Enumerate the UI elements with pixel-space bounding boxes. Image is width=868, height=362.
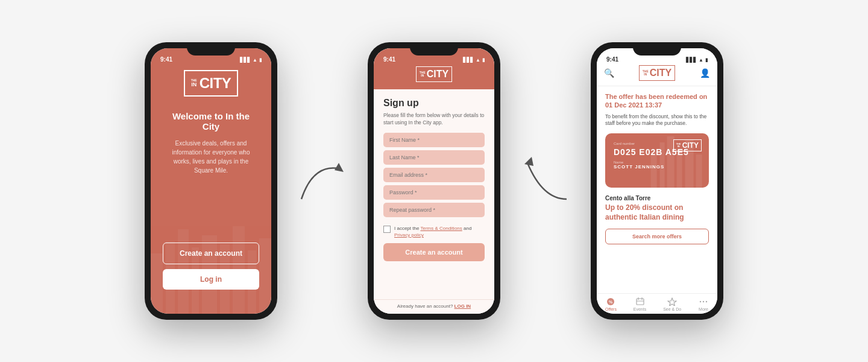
logo-in-3: IN [644, 73, 647, 76]
seedo-label: See & Do [663, 307, 681, 311]
search-more-offers-button[interactable]: Search more offers [605, 229, 709, 244]
svg-marker-9 [335, 163, 344, 172]
phone2-footer: Already have an account? LOG IN [374, 299, 494, 314]
wifi-icon-2: ▲ [476, 57, 480, 63]
signup-desc: Please fill the form below with your det… [383, 112, 485, 127]
battery-icon-2: ▮ [482, 57, 485, 63]
offers-icon: % [605, 297, 616, 306]
svg-point-25 [703, 301, 704, 302]
status-time-2: 9:41 [383, 56, 395, 63]
logo-in-2: IN [421, 74, 424, 77]
phone1-screen: 9:41 ▋▋▋ ▲ ▮ THE IN CITY [151, 48, 271, 314]
terms-conditions-link[interactable]: Terms & Conditions [420, 226, 462, 231]
status-time-3: 9:41 [606, 56, 618, 63]
events-icon [635, 297, 646, 306]
status-time-1: 9:41 [160, 56, 172, 63]
phone-3: 9:41 ▋▋▋ ▲ ▮ 🔍 THE IN [591, 42, 723, 320]
email-input[interactable] [383, 168, 485, 182]
footer-already-text: Already have an account? [397, 303, 454, 309]
svg-marker-10 [524, 157, 533, 166]
wifi-icon: ▲ [253, 57, 257, 63]
svg-marker-23 [668, 298, 676, 306]
svg-rect-16 [696, 154, 702, 188]
status-bar-3: 9:41 ▋▋▋ ▲ ▮ [597, 48, 717, 65]
arrow-2 [518, 151, 573, 211]
wifi-icon-3: ▲ [699, 57, 703, 63]
more-label: More [699, 307, 708, 311]
logo-city-text: CITY [200, 75, 231, 92]
more-icon [698, 297, 709, 306]
status-icons-1: ▋▋▋ ▲ ▮ [240, 57, 262, 63]
svg-text:%: % [609, 300, 613, 304]
svg-rect-11 [650, 151, 656, 188]
nav-seedo[interactable]: See & Do [663, 297, 681, 311]
offer-venue: Cento alla Torre [605, 195, 709, 202]
arrow-1 [295, 151, 350, 211]
battery-icon: ▮ [259, 57, 262, 63]
terms-row: I accept the Terms & Conditions and Priv… [383, 225, 485, 238]
logo-in-badge: THE IN [191, 79, 197, 87]
search-icon-p3[interactable]: 🔍 [604, 68, 614, 78]
card-number: D025 E02B A5E5 [614, 147, 700, 157]
firstname-input[interactable] [383, 133, 485, 147]
offer-discount-text: Up to 20% discount on authentic Italian … [605, 203, 709, 222]
card-holder-name: SCOTT JENNINGS [614, 164, 700, 170]
logo-in-text: IN [191, 82, 197, 87]
redeemed-title: The offer has been redeemed on 01 Dec 20… [605, 92, 709, 110]
redeemed-desc: To benefit from the discount, show this … [605, 113, 709, 128]
notch-1 [187, 42, 235, 56]
logo-dark: THE IN CITY [639, 65, 675, 81]
logo-in-badge-2: THE IN [420, 71, 426, 77]
svg-rect-19 [637, 299, 644, 305]
terms-text: I accept the Terms & Conditions and Priv… [394, 225, 471, 238]
signal-icon-2: ▋▋▋ [463, 57, 474, 63]
phone3-bottom-nav: % Offers Events See & Do [597, 293, 717, 314]
repeat-password-input[interactable] [383, 203, 485, 217]
logo-in-badge-3: THE IN [643, 70, 649, 76]
member-card: THE IN CITY Card number D025 E02B A5E5 N… [605, 133, 709, 188]
signal-icon-3: ▋▋▋ [686, 57, 697, 63]
terms-checkbox[interactable] [383, 226, 391, 233]
phone1-welcome-subtitle: Exclusive deals, offers and information … [163, 139, 259, 175]
phone1-welcome-title: Welcome to In the City [163, 111, 259, 132]
scene: 9:41 ▋▋▋ ▲ ▮ THE IN CITY [0, 0, 868, 362]
status-bar-2: 9:41 ▋▋▋ ▲ ▮ [374, 48, 494, 65]
logo-city-3: CITY [650, 68, 671, 78]
phone1-content: THE IN CITY Welcome to In the City Exclu… [151, 48, 271, 314]
battery-icon-3: ▮ [705, 57, 708, 63]
card-number-label: Card number [614, 142, 700, 145]
events-label: Events [634, 307, 646, 311]
phone2-screen: 9:41 ▋▋▋ ▲ ▮ THE IN CITY [374, 48, 494, 314]
seedo-icon [667, 297, 678, 306]
phone3-logo: THE IN CITY [639, 65, 675, 81]
nav-more[interactable]: More [698, 297, 709, 311]
signal-icon: ▋▋▋ [240, 57, 251, 63]
status-icons-2: ▋▋▋ ▲ ▮ [463, 57, 485, 63]
nav-events[interactable]: Events [634, 297, 646, 311]
logo-city-2: CITY [427, 69, 448, 80]
phone3-screen: 9:41 ▋▋▋ ▲ ▮ 🔍 THE IN [597, 48, 717, 314]
lastname-input[interactable] [383, 150, 485, 165]
phone3-body: The offer has been redeemed on 01 Dec 20… [597, 86, 717, 293]
password-input[interactable] [383, 185, 485, 200]
svg-point-26 [706, 301, 707, 302]
phone-2: 9:41 ▋▋▋ ▲ ▮ THE IN CITY [368, 42, 500, 320]
status-icons-3: ▋▋▋ ▲ ▮ [686, 57, 708, 63]
phone2-body: Sign up Please fill the form below with … [374, 89, 494, 299]
terms-prefix: I accept the [394, 226, 420, 231]
phone2-logo: THE IN CITY [416, 66, 452, 82]
create-account-button-p2[interactable]: Create an account [383, 243, 485, 261]
nav-offers[interactable]: % Offers [605, 297, 617, 311]
profile-icon-p3[interactable]: 👤 [700, 68, 710, 78]
svg-point-24 [700, 301, 701, 302]
login-link[interactable]: LOG IN [454, 303, 471, 309]
phone-1: 9:41 ▋▋▋ ▲ ▮ THE IN CITY [145, 42, 277, 320]
signup-title: Sign up [383, 98, 485, 109]
terms-and: and [462, 226, 472, 231]
privacy-policy-link[interactable]: Privacy policy [394, 232, 424, 238]
phone1-logo: THE IN CITY [184, 70, 239, 97]
offers-label: Offers [605, 307, 617, 311]
